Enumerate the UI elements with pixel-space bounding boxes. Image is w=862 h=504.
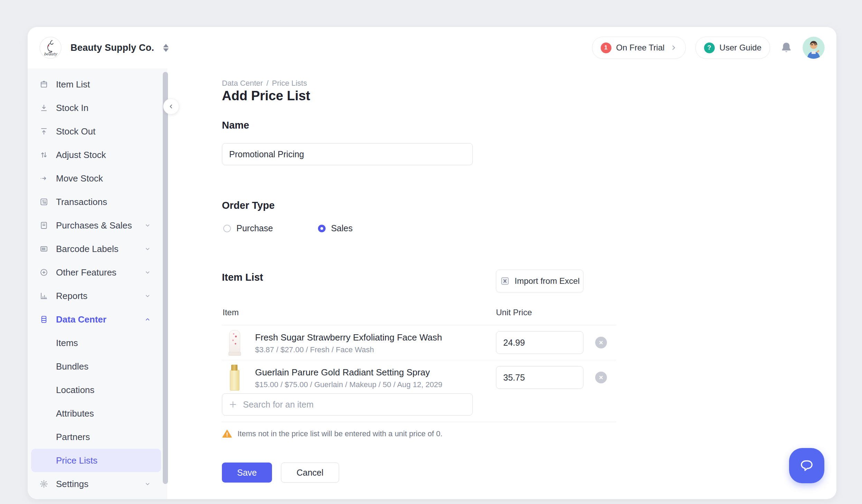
sidebar-item-items[interactable]: Items	[28, 331, 167, 355]
user-guide-label: User Guide	[720, 43, 761, 53]
data-center-icon	[39, 315, 48, 324]
chevron-down-icon	[144, 269, 151, 276]
item-table: Item Unit Price Fresh Sugar Strawberry E…	[222, 306, 616, 395]
sidebar-scrollbar[interactable]	[163, 72, 168, 484]
item-name: Fresh Sugar Strawberry Exfoliating Face …	[255, 332, 442, 343]
warning-message: Items not in the price list will be ente…	[222, 429, 442, 439]
chevron-up-icon	[144, 316, 151, 323]
item-search	[222, 393, 473, 416]
sidebar-item-barcode-labels[interactable]: Barcode Labels	[28, 237, 167, 261]
chat-launcher-button[interactable]	[789, 448, 824, 483]
item-list-heading: Item List	[222, 272, 263, 283]
move-stock-icon	[39, 174, 48, 183]
top-header: beauty Beauty Supply Co. 1 On Free Trial…	[28, 27, 836, 68]
breadcrumb: Data Center / Price Lists	[222, 79, 307, 88]
chevron-down-icon	[144, 222, 151, 229]
main-content: Data Center / Price Lists Add Price List…	[194, 68, 836, 499]
sidebar-item-partners[interactable]: Partners	[28, 425, 167, 449]
trial-label: On Free Trial	[616, 43, 665, 53]
sidebar-item-move-stock[interactable]: Move Stock	[28, 167, 167, 190]
name-section-label: Name	[222, 120, 249, 131]
company-switcher-icon[interactable]	[163, 44, 169, 52]
sidebar-item-item-list[interactable]: Item List	[28, 73, 167, 96]
sidebar-item-transactions[interactable]: Transactions	[28, 190, 167, 214]
chevron-down-icon	[144, 245, 151, 253]
app-page: beauty Beauty Supply Co. 1 On Free Trial…	[0, 0, 862, 504]
radio-icon	[318, 225, 326, 232]
bell-icon[interactable]	[780, 40, 793, 55]
column-item: Item	[223, 308, 239, 317]
beauty-logo-icon: beauty	[39, 37, 62, 59]
sidebar-item-settings[interactable]: Settings	[28, 472, 167, 496]
sidebar-item-locations[interactable]: Locations	[28, 378, 167, 402]
warning-text: Items not in the price list will be ente…	[237, 429, 442, 438]
sidebar: Item List Stock In Stock Out Adjust Stoc…	[28, 68, 167, 499]
chevron-right-icon	[670, 44, 677, 51]
free-trial-button[interactable]: 1 On Free Trial	[592, 37, 686, 59]
transactions-icon	[39, 197, 48, 206]
sidebar-item-other-features[interactable]: Other Features	[28, 261, 167, 284]
sidebar-collapse-button[interactable]	[163, 99, 179, 114]
remove-item-button[interactable]	[595, 337, 607, 348]
save-button[interactable]: Save	[222, 463, 272, 483]
remove-item-button[interactable]	[595, 372, 607, 383]
user-guide-button[interactable]: ? User Guide	[695, 37, 770, 59]
breadcrumb-data-center[interactable]: Data Center	[222, 79, 263, 88]
form-actions: Save Cancel	[222, 463, 339, 483]
chevron-down-icon	[144, 480, 151, 488]
excel-icon	[500, 276, 510, 286]
svg-text:beauty: beauty	[44, 52, 58, 56]
sidebar-nav: Item List Stock In Stock Out Adjust Stoc…	[28, 68, 167, 496]
app-card: beauty Beauty Supply Co. 1 On Free Trial…	[28, 27, 836, 499]
sidebar-item-purchases-sales[interactable]: Purchases & Sales	[28, 214, 167, 237]
warning-triangle-icon	[222, 429, 232, 439]
sidebar-item-price-lists[interactable]: Price Lists	[31, 449, 161, 472]
sidebar-item-adjust-stock[interactable]: Adjust Stock	[28, 143, 167, 167]
import-label: Import from Excel	[515, 276, 580, 286]
purchases-sales-icon	[39, 221, 48, 230]
import-from-excel-button[interactable]: Import from Excel	[496, 270, 583, 292]
name-input[interactable]	[222, 143, 473, 165]
sidebar-item-bundles[interactable]: Bundles	[28, 355, 167, 378]
header-actions: 1 On Free Trial ? User Guide	[592, 37, 825, 59]
item-search-input[interactable]	[242, 399, 466, 410]
table-body: Fresh Sugar Strawberry Exfoliating Face …	[222, 325, 616, 395]
sidebar-item-attributes[interactable]: Attributes	[28, 402, 167, 425]
reports-icon	[39, 291, 48, 300]
sidebar-item-stock-out[interactable]: Stock Out	[28, 120, 167, 143]
radio-icon	[223, 225, 231, 232]
company-name: Beauty Supply Co.	[71, 43, 154, 53]
chat-bubble-icon	[798, 457, 816, 475]
stock-out-icon	[39, 127, 48, 136]
page-title: Add Price List	[222, 88, 310, 103]
order-type-radio-sales[interactable]: Sales	[318, 223, 353, 233]
sidebar-item-data-center[interactable]: Data Center	[28, 308, 167, 331]
user-avatar[interactable]	[803, 37, 825, 59]
chevron-left-icon	[168, 103, 174, 110]
chevron-down-icon	[144, 292, 151, 300]
sidebar-item-stock-in[interactable]: Stock In	[28, 96, 167, 120]
unit-price-input[interactable]	[496, 331, 583, 354]
breadcrumb-separator: /	[266, 79, 269, 88]
question-icon: ?	[704, 43, 715, 53]
table-header: Item Unit Price	[222, 306, 616, 325]
item-details: $3.87 / $27.00 / Fresh / Face Wash	[255, 345, 374, 354]
unit-price-input[interactable]	[496, 366, 583, 389]
item-row: Guerlain Parure Gold Radiant Setting Spr…	[222, 360, 616, 395]
column-unit-price: Unit Price	[496, 308, 532, 317]
sidebar-item-reports[interactable]: Reports	[28, 284, 167, 308]
order-type-radio-purchase[interactable]: Purchase	[223, 223, 273, 233]
cancel-button[interactable]: Cancel	[281, 463, 339, 483]
plus-icon	[228, 400, 237, 409]
item-list-icon	[39, 80, 48, 89]
breadcrumb-price-lists[interactable]: Price Lists	[272, 79, 307, 88]
trial-badge: 1	[601, 43, 611, 53]
product-image	[226, 329, 242, 356]
item-name: Guerlain Parure Gold Radiant Setting Spr…	[255, 367, 430, 378]
order-type-options: Purchase Sales	[223, 223, 353, 233]
barcode-icon	[39, 244, 48, 253]
plus-circle-icon	[39, 268, 48, 277]
item-details: $15.00 / $75.00 / Guerlain / Makeup / 50…	[255, 380, 442, 389]
product-image	[226, 364, 242, 391]
adjust-stock-icon	[39, 150, 48, 159]
